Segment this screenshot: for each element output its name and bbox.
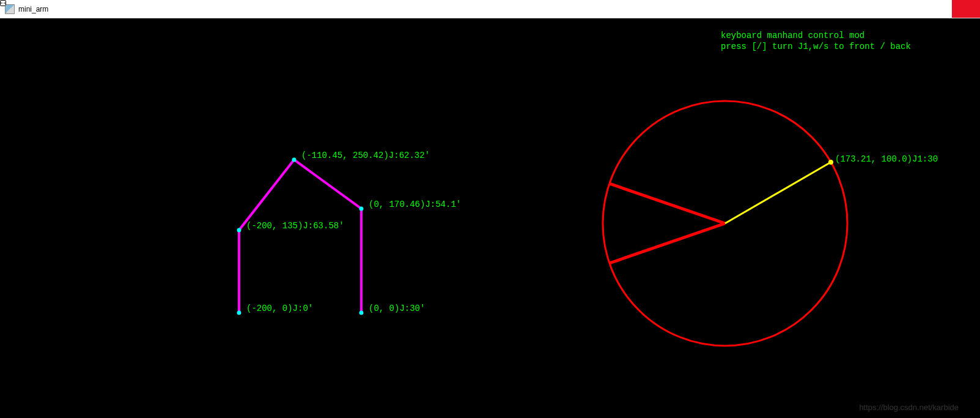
joint-p4-label: (0, 170.46)J:54.1' (369, 200, 461, 209)
joint-p1-label: (-200, 0)J:0' (246, 304, 313, 313)
titlebar[interactable]: mini_arm (0, 0, 980, 18)
red-radius-upper (610, 184, 725, 223)
window-title: mini_arm (18, 5, 896, 13)
minimize-button[interactable] (896, 0, 924, 18)
close-button[interactable] (952, 0, 980, 18)
maximize-button[interactable] (924, 0, 952, 18)
yellow-radius (725, 162, 831, 223)
circle-endpoint-dot (828, 160, 833, 165)
hud-line2: press [/] turn J1,w/s to front / back (721, 42, 911, 51)
arm-polyline (239, 160, 361, 313)
joint-p4-dot (359, 207, 364, 211)
joint-p1-dot (237, 311, 241, 315)
red-radius-lower (610, 223, 725, 263)
hud-line1: keyboard manhand control mod (721, 31, 864, 40)
window-controls (896, 0, 980, 18)
joint-p5-label: (0, 0)J:30' (369, 304, 425, 313)
joint-p3-dot (292, 158, 297, 162)
joint-p5-dot (359, 311, 364, 315)
joint-p3-label: (-110.45, 250.42)J:62.32' (301, 151, 430, 160)
watermark-text: https://blog.csdn.net/karbide (859, 403, 959, 412)
app-icon (5, 4, 15, 14)
canvas[interactable]: (-200, 0)J:0' (-200, 135)J:63.58' (-110.… (0, 18, 980, 418)
app-window: mini_arm (0, 0, 980, 418)
arm-svg (0, 18, 980, 418)
circle-endpoint-label: (173.21, 100.0)J1:30 (835, 154, 938, 164)
joint-p2-label: (-200, 135)J:63.58' (246, 221, 344, 231)
joint-p2-dot (237, 228, 241, 233)
